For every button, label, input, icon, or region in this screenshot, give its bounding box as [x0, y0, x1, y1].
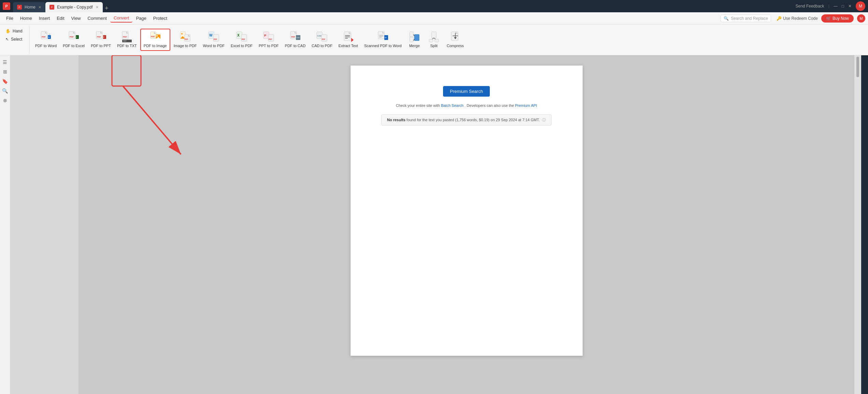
search-icon: 🔍 [724, 16, 729, 21]
scrollbar-thumb[interactable] [856, 57, 859, 77]
excel-to-pdf-button[interactable]: X PDF Excel to PDF [228, 29, 255, 50]
user-avatar[interactable]: M [856, 1, 865, 11]
pdf-to-word-icon: PDF → W [40, 31, 51, 42]
svg-text:PDF: PDF [242, 38, 245, 40]
excel-to-pdf-icon: X PDF [236, 31, 247, 42]
main-area: Premium Search Check your entire site wi… [10, 55, 861, 394]
merge-button[interactable]: Merge [405, 29, 424, 50]
left-sidebar: ☰ ⊞ 🔖 🔍 ⊗ [0, 55, 10, 394]
sidebar-layers-icon[interactable]: ⊗ [1, 96, 9, 104]
pdf-to-image-icon: PDF [150, 31, 161, 42]
menu-bar: File Home Insert Edit View Comment Conve… [0, 12, 868, 25]
pdf-to-txt-icon: PDF TXT [122, 31, 132, 42]
sidebar-bookmark-icon[interactable]: 🔖 [1, 77, 9, 85]
scanned-pdf-to-word-button[interactable]: W Scanned PDF to Word [361, 29, 404, 50]
send-feedback-link[interactable]: Send Feedback [796, 4, 824, 9]
tab-home-close[interactable]: ✕ [38, 5, 41, 10]
sidebar-search-icon[interactable]: 🔍 [1, 87, 9, 95]
menu-comment[interactable]: Comment [84, 14, 110, 22]
pdf-to-excel-button[interactable]: PDF X PDF to Excel [60, 29, 87, 50]
merge-icon [409, 31, 420, 42]
cart-icon: 🛒 [826, 16, 831, 21]
premium-search-button[interactable]: Premium Search [443, 86, 490, 97]
svg-text:PDF: PDF [151, 36, 155, 38]
pdf-to-cad-button[interactable]: PDF CAD PDF to CAD [282, 29, 309, 50]
info-icon: ⓘ [542, 118, 546, 122]
ppt-to-pdf-icon: P PDF [263, 31, 274, 42]
pdf-to-txt-button[interactable]: PDF TXT PDF to TXT [114, 29, 140, 50]
pdf-to-image-button[interactable]: PDF PDF to Image [140, 29, 170, 51]
sidebar-grid-icon[interactable]: ⊞ [1, 68, 9, 76]
app-logo: P [3, 2, 10, 10]
cad-to-pdf-icon: CAD PDF [316, 31, 327, 42]
tab-bar: P Home ✕ P Example - Copy.pdf ✕ + [13, 0, 793, 12]
pdf-to-word-button[interactable]: PDF → W PDF to Word [32, 29, 59, 50]
svg-rect-52 [322, 34, 327, 41]
menu-user-avatar[interactable]: M [857, 14, 865, 23]
select-tool-button[interactable]: ↖ Select [3, 36, 25, 43]
split-icon [428, 31, 439, 42]
menu-page[interactable]: Page [132, 14, 150, 22]
svg-rect-69 [414, 34, 419, 41]
extract-text-button[interactable]: Extract Text [336, 29, 361, 50]
menu-convert[interactable]: Convert [110, 14, 133, 23]
tab-home-label: Home [25, 5, 35, 10]
svg-text:P: P [264, 34, 266, 37]
tab-pdf-close[interactable]: ✕ [96, 5, 99, 10]
svg-text:CAD: CAD [317, 35, 322, 37]
svg-rect-77 [435, 39, 439, 42]
menu-insert[interactable]: Insert [35, 14, 54, 22]
svg-rect-68 [410, 37, 413, 42]
cad-to-pdf-button[interactable]: CAD PDF CAD to PDF [309, 29, 335, 50]
ppt-to-pdf-button[interactable]: P PDF PPT to PDF [256, 29, 281, 50]
svg-text:W: W [385, 37, 387, 39]
minimize-icon[interactable]: — [834, 4, 838, 9]
tool-group: ✋ Hand ↖ Select [3, 26, 25, 44]
key-icon: 🔑 [777, 16, 782, 21]
right-scrollbar[interactable] [854, 55, 861, 394]
svg-rect-35 [213, 34, 219, 41]
menu-right-actions: 🔑 Use Redeem Code 🛒 Buy Now M [777, 14, 865, 23]
image-to-pdf-button[interactable]: PDF Image to PDF [171, 29, 200, 50]
pdf-tab-icon: P [49, 5, 54, 10]
pdf-to-cad-icon: PDF CAD [290, 31, 301, 42]
batch-search-link[interactable]: Batch Search [441, 103, 464, 108]
svg-rect-39 [241, 34, 247, 41]
add-tab-button[interactable]: + [103, 4, 111, 12]
image-to-pdf-icon: PDF [180, 31, 191, 42]
sidebar-list-icon[interactable]: ☰ [1, 58, 9, 66]
svg-text:TXT: TXT [123, 40, 126, 42]
svg-text:PDF: PDF [322, 38, 325, 40]
buy-now-button[interactable]: 🛒 Buy Now [821, 14, 854, 23]
search-replace-box[interactable]: 🔍 Search and Replace [721, 15, 771, 22]
menu-protect[interactable]: Protect [150, 14, 171, 22]
svg-text:PDF: PDF [291, 36, 295, 38]
svg-rect-43 [268, 34, 274, 41]
close-icon[interactable]: ✕ [848, 4, 852, 9]
menu-view[interactable]: View [68, 14, 84, 22]
document-page: Premium Search Check your entire site wi… [351, 66, 583, 356]
pdf-to-ppt-icon: PDF P [96, 31, 106, 42]
svg-marker-59 [351, 38, 354, 42]
split-button[interactable]: Split [425, 29, 443, 50]
pdf-to-excel-icon: PDF X [68, 31, 79, 42]
compress-button[interactable]: Compress [444, 29, 467, 50]
home-tab-icon: P [17, 5, 22, 10]
pdf-to-ppt-button[interactable]: PDF P PDF to PPT [88, 29, 114, 50]
restore-icon[interactable]: □ [842, 4, 844, 9]
menu-home[interactable]: Home [17, 14, 35, 22]
word-to-pdf-button[interactable]: W PDF Word to PDF [200, 29, 227, 50]
menu-edit[interactable]: Edit [53, 14, 68, 22]
document-area: Premium Search Check your entire site wi… [79, 55, 854, 394]
svg-text:PDF: PDF [70, 36, 74, 38]
tab-pdf[interactable]: P Example - Copy.pdf ✕ [45, 2, 103, 12]
tab-pdf-label: Example - Copy.pdf [57, 5, 93, 10]
menu-file[interactable]: File [3, 14, 17, 22]
premium-api-link[interactable]: Premium API [515, 103, 537, 108]
tab-home[interactable]: P Home ✕ [13, 2, 45, 12]
no-results-detail: found for the text you pasted (1,756 wor… [407, 118, 540, 122]
svg-text:PDF: PDF [185, 38, 188, 40]
hand-tool-button[interactable]: ✋ Hand [3, 27, 25, 35]
separator: | [828, 4, 829, 9]
redeem-code-link[interactable]: 🔑 Use Redeem Code [777, 16, 818, 21]
